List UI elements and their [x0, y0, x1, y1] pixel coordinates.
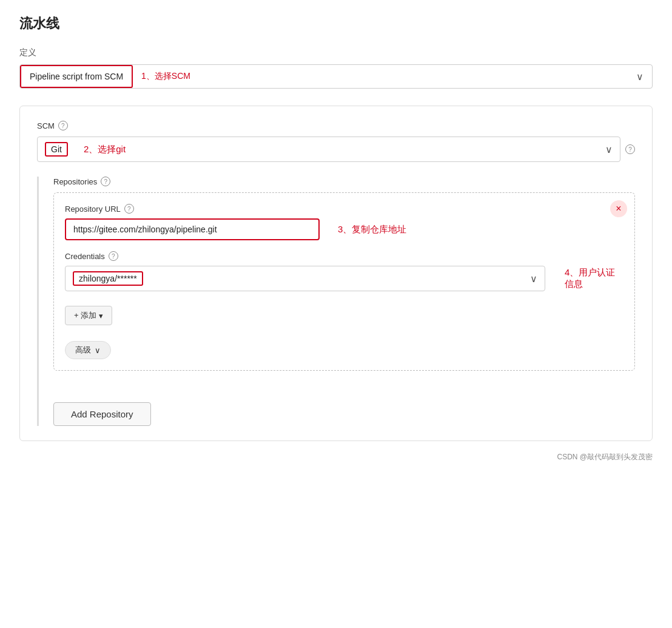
- advanced-chevron-icon: ∨: [95, 346, 101, 355]
- page-title: 流水线: [19, 15, 653, 33]
- scm-dropdown[interactable]: Git 2、选择git ∨: [37, 137, 620, 162]
- credentials-label: Credentials: [65, 252, 105, 261]
- scm-dropdown-row: Git 2、选择git ∨ ?: [37, 137, 635, 162]
- add-repository-button-label: Add Repository: [71, 409, 133, 419]
- credentials-label-row: Credentials ?: [65, 251, 623, 261]
- scm-help2-icon[interactable]: ?: [625, 144, 635, 154]
- repositories-section: Repositories ? × Repository URL ? 3、复制仓库…: [37, 177, 635, 426]
- repositories-help-icon[interactable]: ?: [101, 177, 110, 186]
- add-button-label: + 添加: [74, 310, 96, 321]
- add-credentials-button[interactable]: + 添加 ▾: [65, 306, 112, 325]
- scm-chevron-icon: ∨: [605, 144, 613, 155]
- definition-dropdown-container[interactable]: Pipeline script from SCM 1、选择SCM ∨: [19, 64, 653, 89]
- scm-section: SCM ? Git 2、选择git ∨ ? Repositories ? ×: [19, 106, 653, 441]
- repo-url-label-row: Repository URL ?: [65, 204, 623, 214]
- definition-chevron-icon: ∨: [636, 71, 643, 83]
- advanced-row: 高级 ∨: [65, 341, 623, 359]
- scm-help-icon[interactable]: ?: [58, 121, 68, 130]
- credentials-chevron-icon: ∨: [530, 273, 537, 285]
- definition-label: 定义: [19, 47, 653, 58]
- repo-url-input[interactable]: [65, 218, 320, 240]
- repositories-label-text: Repositories: [53, 177, 97, 186]
- add-button-sub: ▾: [99, 311, 103, 320]
- repo-url-help-icon[interactable]: ?: [124, 204, 134, 214]
- credentials-dropdown[interactable]: zhilongya/****** ∨: [65, 266, 545, 291]
- definition-annotation-text: 1、选择SCM: [141, 71, 190, 82]
- credentials-dropdown-inner: zhilongya/******: [73, 271, 143, 286]
- repo-url-input-row: 3、复制仓库地址: [65, 218, 623, 240]
- credentials-input-row: zhilongya/****** ∨ 4、用户认证信息: [65, 266, 623, 291]
- repo-url-label: Repository URL: [65, 204, 121, 214]
- add-repository-section: Add Repository: [53, 385, 635, 426]
- credentials-section: Credentials ? zhilongya/****** ∨ 4、用户认证信…: [65, 251, 623, 291]
- repository-box: × Repository URL ? 3、复制仓库地址 Credentials …: [53, 192, 635, 371]
- repositories-label-row: Repositories ?: [53, 177, 635, 186]
- scm-field-label: SCM ?: [37, 121, 635, 130]
- credentials-help-icon[interactable]: ?: [109, 251, 118, 261]
- remove-repository-button[interactable]: ×: [610, 200, 627, 217]
- definition-dropdown-annotation: 1、选择SCM ∨: [133, 66, 652, 88]
- footer-note: CSDN @敲代码敲到头发茂密: [19, 452, 653, 462]
- definition-dropdown-value: Pipeline script from SCM: [20, 65, 133, 88]
- close-icon: ×: [616, 203, 621, 214]
- scm-dropdown-inner: Git 2、选择git: [45, 142, 126, 157]
- credentials-value: zhilongya/******: [73, 271, 143, 286]
- scm-annotation-text: 2、选择git: [84, 144, 126, 155]
- scm-label-text: SCM: [37, 121, 55, 130]
- advanced-button[interactable]: 高级 ∨: [65, 341, 111, 359]
- repo-url-annotation: 3、复制仓库地址: [338, 224, 406, 235]
- repo-url-section: Repository URL ? 3、复制仓库地址: [65, 204, 623, 240]
- advanced-label: 高级: [75, 345, 91, 356]
- scm-dropdown-value: Git: [45, 142, 68, 157]
- credentials-annotation: 4、用户认证信息: [565, 267, 623, 290]
- add-repository-button[interactable]: Add Repository: [53, 402, 151, 426]
